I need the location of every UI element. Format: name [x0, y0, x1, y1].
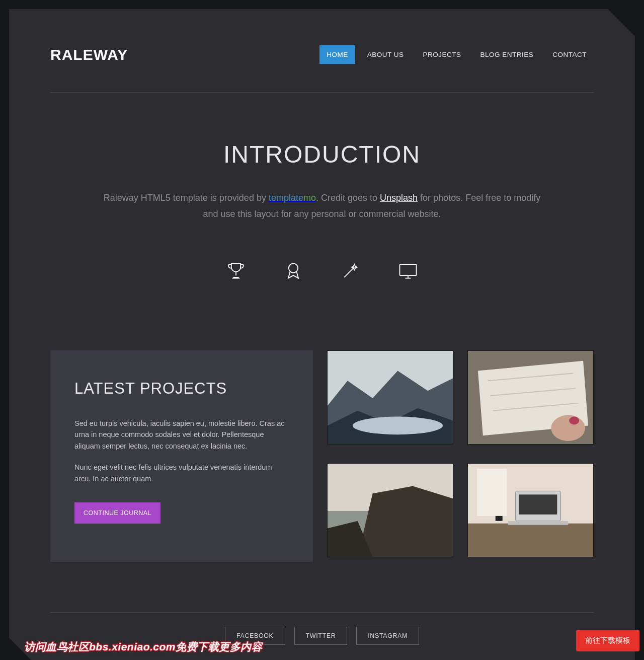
unsplash-link[interactable]: Unsplash [380, 193, 418, 203]
projects-section: LATEST PROJECTS Sed eu turpis vehicula, … [50, 350, 594, 562]
project-thumb-4[interactable] [467, 463, 594, 557]
nav-contact[interactable]: CONTACT [545, 45, 594, 64]
footer-divider [50, 612, 594, 613]
svg-point-12 [569, 417, 579, 425]
icon-row [50, 260, 594, 284]
monitor-icon [397, 260, 419, 284]
templatemo-part1: template [269, 193, 303, 203]
corner-cut-bottom-left [9, 638, 36, 660]
templatemo-part2: mo [303, 193, 316, 203]
projects-title: LATEST PROJECTS [74, 380, 289, 398]
wand-icon [340, 260, 362, 284]
projects-paragraph-2: Nunc eget velit nec felis ultrices vulpu… [74, 462, 289, 484]
svg-rect-23 [477, 469, 507, 516]
svg-point-11 [551, 415, 585, 441]
social-facebook[interactable]: FACEBOOK [225, 627, 285, 645]
svg-rect-20 [519, 494, 557, 515]
social-twitter[interactable]: TWITTER [294, 627, 348, 645]
nav-projects[interactable]: PROJECTS [416, 45, 468, 64]
site-logo[interactable]: RALEWAY [50, 46, 128, 63]
svg-rect-21 [508, 521, 569, 525]
page-card: RALEWAY HOME ABOUT US PROJECTS BLOG ENTR… [9, 9, 635, 660]
intro-text-mid: Credit goes to [318, 193, 380, 203]
social-row: FACEBOOK TWITTER INSTAGRAM [50, 627, 594, 645]
templatemo-link[interactable]: templatemo [269, 193, 316, 203]
project-thumb-2[interactable] [467, 350, 594, 445]
svg-point-0 [289, 263, 298, 272]
badge-icon [282, 260, 304, 284]
intro-title: INTRODUCTION [50, 140, 594, 168]
svg-point-5 [353, 417, 443, 435]
trophy-icon [225, 260, 247, 284]
continue-journal-button[interactable]: CONTINUE JOURNAL [74, 502, 160, 524]
project-thumb-1[interactable] [327, 350, 453, 445]
nav-blog[interactable]: BLOG ENTRIES [473, 45, 540, 64]
corner-cut-top-right [608, 9, 635, 36]
projects-sidebar: LATEST PROJECTS Sed eu turpis vehicula, … [50, 350, 313, 562]
intro-text: Raleway HTML5 template is provided by te… [103, 190, 541, 222]
projects-paragraph-1: Sed eu turpis vehicula, iaculis sapien e… [74, 418, 289, 452]
svg-rect-18 [468, 524, 593, 557]
main-nav: HOME ABOUT US PROJECTS BLOG ENTRIES CONT… [319, 45, 594, 64]
social-instagram[interactable]: INSTAGRAM [356, 627, 419, 645]
intro-text-pre: Raleway HTML5 template is provided by [104, 193, 269, 203]
nav-home[interactable]: HOME [319, 45, 355, 64]
projects-grid [327, 350, 594, 562]
svg-rect-1 [400, 264, 417, 275]
download-template-button[interactable]: 前往下载模板 [576, 630, 639, 651]
intro-section: INTRODUCTION Raleway HTML5 template is p… [50, 93, 594, 314]
nav-about[interactable]: ABOUT US [360, 45, 411, 64]
project-thumb-3[interactable] [327, 463, 453, 557]
site-header: RALEWAY HOME ABOUT US PROJECTS BLOG ENTR… [50, 9, 594, 93]
